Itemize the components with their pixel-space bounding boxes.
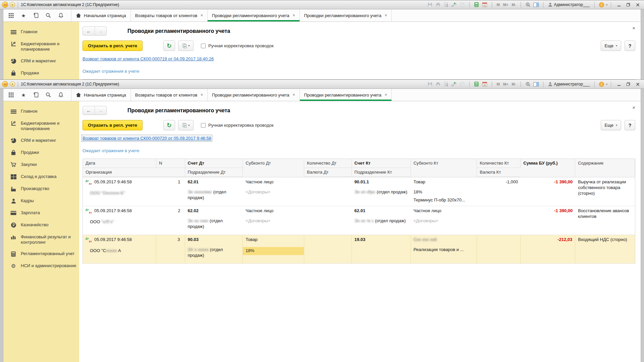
chevron-down-icon[interactable]: ▾	[606, 83, 607, 86]
sidebar-item[interactable]: Продажи	[3, 147, 79, 159]
sidebar-item[interactable]: Финансовый результат и контроллинг	[3, 231, 79, 248]
favorites-icon[interactable]: ★	[20, 12, 26, 18]
split-window-icon[interactable]	[532, 2, 540, 8]
sidebar-item[interactable]: Казначейство	[3, 219, 79, 231]
go-to-link-icon[interactable]	[459, 2, 466, 8]
tab-close-icon[interactable]: ×	[385, 93, 387, 97]
tab-close-icon[interactable]: ×	[292, 13, 295, 18]
sidebar-item[interactable]: Кадры	[3, 195, 79, 207]
restore-button[interactable]	[624, 2, 633, 8]
tab-close-icon[interactable]: ×	[292, 93, 295, 97]
minimize-button[interactable]	[614, 2, 623, 8]
notifications-bell-icon[interactable]	[58, 12, 64, 18]
system-menu-button[interactable]: ▾	[10, 2, 15, 7]
tab-close-icon[interactable]: ×	[201, 93, 203, 97]
sidebar-item[interactable]: Склад и доставка	[3, 171, 79, 183]
restore-button[interactable]	[624, 81, 633, 87]
help-button[interactable]: ?	[625, 120, 635, 130]
sidebar-item[interactable]: Зарплата	[3, 207, 79, 219]
tab-3[interactable]: Проводки регламентированного учета×	[300, 9, 392, 21]
reflect-in-accounting-button[interactable]: Отразить в регл. учете	[83, 41, 143, 51]
calculator-icon[interactable]	[473, 81, 480, 87]
print-preview-icon[interactable]	[442, 2, 450, 8]
sidebar-item[interactable]: CRM и маркетинг	[3, 135, 79, 147]
main-menu-icon[interactable]	[8, 92, 14, 98]
zoom-icon[interactable]	[524, 81, 532, 87]
tab-close-icon[interactable]: ×	[201, 13, 203, 18]
more-button[interactable]: Еще▾	[601, 41, 621, 51]
refresh-button[interactable]: ↻	[163, 41, 175, 51]
help-button[interactable]: ?	[625, 41, 635, 51]
history-icon[interactable]	[33, 92, 39, 98]
save-icon[interactable]	[426, 81, 434, 87]
reflect-dropdown-button[interactable]: ▾	[178, 41, 194, 51]
history-icon[interactable]	[33, 12, 39, 18]
split-window-icon[interactable]	[532, 81, 540, 87]
info-icon[interactable]: i	[598, 81, 605, 87]
calendar-icon[interactable]: 31	[481, 2, 488, 8]
calendar-icon[interactable]: 31	[481, 81, 488, 87]
tab-close-icon[interactable]: ×	[385, 13, 387, 18]
sidebar-item[interactable]: ⚙НСИ и администрирование	[3, 260, 79, 272]
tab-2[interactable]: Проводки регламентированного учета×	[207, 9, 299, 21]
tab-1[interactable]: Возвраты товаров от клиентов×	[130, 89, 207, 101]
sidebar-item[interactable]: Главное	[3, 106, 79, 118]
sidebar-item[interactable]: ₽Бюджетирование и планирование	[3, 118, 79, 135]
memory-m-button[interactable]: M	[495, 3, 501, 7]
go-to-link-icon[interactable]	[459, 81, 466, 87]
sidebar-item[interactable]: CRM и маркетинг	[3, 55, 79, 67]
notifications-bell-icon[interactable]	[58, 92, 64, 98]
reflect-dropdown-button[interactable]: ▾	[178, 120, 194, 130]
zoom-icon[interactable]	[524, 2, 532, 8]
system-menu-button[interactable]: ▾	[10, 81, 15, 87]
tab-3[interactable]: Проводки регламентированного учета×	[300, 89, 392, 101]
get-link-icon[interactable]	[450, 2, 458, 8]
close-button[interactable]	[633, 2, 642, 8]
manual-correction-checkbox[interactable]: Ручная корректировка проводок	[201, 43, 274, 48]
window-titlebar[interactable]: 1с ▾ 1С:Комплексная автоматизация 2 (1С:…	[0, 0, 644, 9]
tab-2[interactable]: Проводки регламентированного учета×	[207, 89, 299, 101]
table-header[interactable]: Дата N Счет Дт Субконто Дт Количество Дт…	[83, 159, 635, 177]
sidebar-item[interactable]: Главное	[3, 26, 79, 38]
current-user[interactable]: Администратор___	[547, 2, 591, 7]
tab-0[interactable]: Начальная страница	[71, 9, 130, 21]
sidebar-item[interactable]: Производство	[3, 183, 79, 195]
form-close-icon[interactable]: ×	[632, 25, 635, 31]
posting-row[interactable]: ДтКт05.09.2017 9:46:58ООО "Охххххх-Б"162…	[83, 177, 635, 206]
tab-0[interactable]: Начальная страница	[71, 89, 130, 101]
posting-row[interactable]: ДтКт05.09.2017 9:46:58ООО "Сххххх А390.0…	[83, 235, 635, 264]
back-button[interactable]: ←	[83, 106, 95, 115]
close-button[interactable]	[633, 81, 642, 87]
more-button[interactable]: Еще▾	[601, 120, 621, 130]
forward-button[interactable]: →	[95, 106, 106, 115]
sidebar-item[interactable]: ₽Бюджетирование и планирование	[3, 38, 79, 55]
memory-m-plus-button[interactable]: M+	[502, 3, 510, 7]
save-icon[interactable]	[426, 2, 434, 8]
memory-m-minus-button[interactable]: M-	[511, 82, 518, 86]
favorites-icon[interactable]: ★	[20, 92, 26, 98]
forward-button[interactable]: →	[95, 27, 106, 35]
manual-correction-checkbox[interactable]: Ручная корректировка проводок	[201, 123, 274, 128]
print-preview-icon[interactable]	[442, 81, 450, 87]
calculator-icon[interactable]	[473, 2, 480, 8]
document-link[interactable]: Возврат товаров от клиента СК00-000720 о…	[83, 136, 211, 141]
window-titlebar[interactable]: 1с ▾ 1С:Комплексная автоматизация 2 (1С:…	[0, 80, 644, 89]
sidebar-item[interactable]: Закупки	[3, 159, 79, 171]
get-link-icon[interactable]	[450, 81, 458, 87]
sidebar-item[interactable]: Регламентированный учет	[3, 248, 79, 260]
current-user[interactable]: Администратор___	[547, 82, 591, 86]
posting-row[interactable]: ДтКт05.09.2017 9:46:58ООО "хЛГх"262.02Эх…	[83, 206, 635, 235]
memory-m-plus-button[interactable]: M+	[502, 82, 510, 86]
chevron-down-icon[interactable]: ▾	[606, 3, 607, 6]
info-icon[interactable]: i	[598, 2, 605, 8]
memory-m-button[interactable]: M	[495, 82, 501, 86]
reflect-in-accounting-button[interactable]: Отразить в регл. учете	[83, 120, 143, 130]
document-link[interactable]: Возврат товаров от клиента СК00-000719 о…	[83, 56, 214, 61]
form-close-icon[interactable]: ×	[632, 105, 635, 110]
search-icon[interactable]	[45, 92, 51, 98]
back-button[interactable]: ←	[83, 27, 95, 35]
print-icon[interactable]	[434, 81, 442, 87]
print-icon[interactable]	[434, 2, 442, 8]
main-menu-icon[interactable]	[8, 12, 14, 18]
sidebar-item[interactable]: Продажи	[3, 67, 79, 79]
